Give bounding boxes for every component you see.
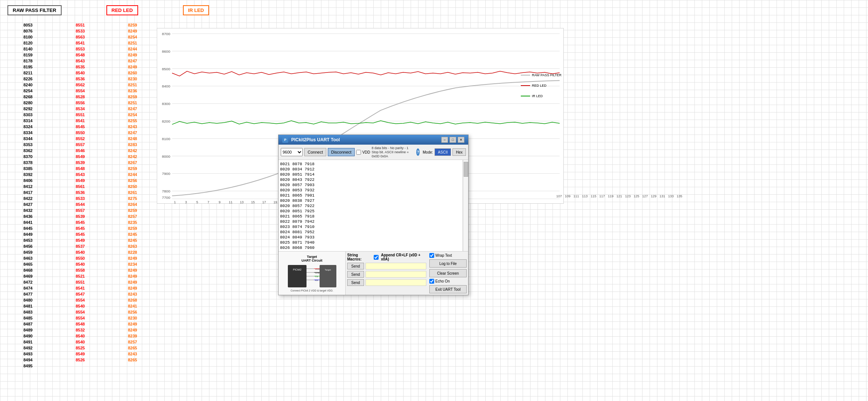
uart-output-line: 8020 8051 7914 — [280, 172, 461, 177]
raw-data-cell: 8100 — [4, 34, 52, 40]
svg-text:8300: 8300 — [162, 102, 171, 106]
vdd-checkbox-container: VDD — [356, 150, 370, 155]
macro-input-3[interactable] — [365, 279, 426, 286]
ir-data-cell: 8249 — [108, 274, 157, 279]
red-data-cell: 8549 — [56, 178, 105, 183]
connect-button[interactable]: Connect — [304, 148, 326, 156]
settings-text: 8 data bits - No parity - 1 Stop bit. AS… — [372, 146, 415, 158]
circuit-label: TargetUART Circuit — [302, 255, 323, 262]
raw-data-cell: 8477 — [4, 292, 52, 297]
raw-data-cell: 8392 — [4, 172, 52, 178]
echo-on-checkbox[interactable] — [429, 279, 434, 284]
uart-output-line: 8022 8079 7942 — [280, 219, 461, 224]
red-data-cell: 8546 — [56, 148, 105, 154]
ir-data-cell: 8251 — [108, 82, 157, 88]
raw-data-cell: 8280 — [4, 100, 52, 106]
ir-data-cell: 8243 — [108, 292, 157, 297]
dialog-body: 8021 8078 79188020 8034 79128020 8051 79… — [279, 160, 468, 251]
raw-data-cell: 8472 — [4, 280, 52, 285]
uart-output-line: 8026 8068 7960 — [280, 245, 461, 250]
macro-input-2[interactable] — [365, 271, 426, 278]
exit-uart-button[interactable]: Exit UART Tool — [429, 285, 467, 293]
scrollbar-thumb[interactable] — [464, 162, 468, 177]
svg-text:7900: 7900 — [162, 172, 171, 176]
red-data-cell: 8544 — [56, 202, 105, 207]
macros-section: String Macros: Append CR+LF (x0D + x0A) … — [346, 252, 428, 295]
svg-text:19: 19 — [273, 200, 277, 203]
log-to-file-button[interactable]: Log to File — [429, 259, 467, 268]
legend-ir: IR LED — [521, 94, 561, 98]
raw-data-cell: 8362 — [4, 148, 52, 154]
raw-data-cell: 8481 — [4, 303, 52, 309]
svg-text:VDD: VDD — [315, 268, 320, 270]
right-buttons: Wrap Text Log to File Clear Screen Echo … — [428, 252, 468, 295]
red-data-cell: 8528 — [56, 94, 105, 100]
minimize-button[interactable]: – — [441, 137, 448, 143]
circuit-section: TargetUART Circuit PICkit2 Target VDD GN… — [279, 252, 346, 295]
ir-data-cell: 8259 — [108, 208, 157, 213]
ir-data-cell: 8242 — [108, 154, 157, 160]
raw-data-cell: 8268 — [4, 94, 52, 100]
ir-data-cell: 8243 — [108, 124, 157, 130]
raw-data-cell: 8303 — [4, 112, 52, 118]
x-axis-right-labels: 1071091111131151171191211231251271291311… — [556, 194, 682, 198]
ir-data-cell: 8259 — [108, 226, 157, 231]
send-button-3[interactable]: Send — [347, 279, 364, 286]
raw-data-cell: 8292 — [4, 106, 52, 112]
red-data-cell: 8548 — [56, 321, 105, 327]
ir-data-cell: 8259 — [108, 166, 157, 172]
ir-data-cell: 8247 — [108, 130, 157, 136]
ir-data-cell: 8259 — [108, 22, 157, 28]
svg-text:17: 17 — [262, 200, 266, 203]
send-button-1[interactable]: Send — [347, 263, 364, 269]
raw-data-cell: 8344 — [4, 136, 52, 142]
red-data-cell: 8539 — [56, 160, 105, 166]
ir-data-cell: 8249 — [108, 28, 157, 34]
raw-data-cell: 8490 — [4, 333, 52, 339]
vdd-checkbox[interactable] — [356, 150, 361, 155]
red-data-cell: 8562 — [56, 82, 105, 88]
red-data-column: 8551853385638541855385488543853585408536… — [56, 22, 105, 369]
hex-mode-button[interactable]: Hex — [452, 148, 466, 156]
red-data-cell: 8541 — [56, 286, 105, 291]
disconnect-button[interactable]: Disconnect — [328, 148, 355, 156]
svg-text:15: 15 — [251, 200, 255, 203]
ir-data-cell: 8257 — [108, 339, 157, 345]
raw-data-cell: 8385 — [4, 166, 52, 172]
red-data-cell: 8549 — [56, 154, 105, 160]
uart-scrollbar[interactable] — [463, 160, 468, 251]
uart-output[interactable]: 8021 8078 79188020 8034 79128020 8051 79… — [279, 160, 463, 251]
raw-data-cell: 8491 — [4, 339, 52, 345]
maximize-button[interactable]: □ — [449, 137, 456, 143]
baud-rate-select[interactable]: 9600 19200 38400 57600 115200 — [281, 148, 303, 156]
close-button[interactable]: ✕ — [458, 137, 464, 143]
uart-output-line: 8023 8074 7910 — [280, 224, 461, 229]
raw-data-cell: 8441 — [4, 220, 52, 225]
append-crlf-checkbox[interactable] — [374, 255, 379, 260]
ir-data-cell: 8265 — [108, 345, 157, 351]
ir-data-cell: 8236 — [108, 88, 157, 94]
raw-data-cell: 8412 — [4, 184, 52, 189]
raw-data-cell: 8417 — [4, 190, 52, 195]
svg-text:7: 7 — [208, 200, 209, 203]
wrap-text-checkbox[interactable] — [429, 253, 434, 258]
data-columns: 8053807681008120814081598178819582118226… — [0, 22, 168, 369]
svg-text:8200: 8200 — [162, 119, 171, 123]
send-button-2[interactable]: Send — [347, 271, 364, 278]
red-data-cell: 8533 — [56, 28, 105, 34]
ir-data-cell: 8249 — [108, 280, 157, 285]
raw-data-cell: 8195 — [4, 64, 52, 70]
raw-data-cell: 8492 — [4, 345, 52, 351]
raw-data-column: 8053807681008120814081598178819582118226… — [4, 22, 52, 369]
uart-output-line: 8020 8057 7903 — [280, 182, 461, 188]
raw-data-cell: 8456 — [4, 244, 52, 249]
help-button[interactable]: ? — [416, 148, 420, 156]
ir-data-cell: 8244 — [108, 46, 157, 52]
ir-data-cell: 8275 — [108, 196, 157, 201]
macro-input-1[interactable] — [365, 263, 426, 269]
red-data-cell: 8552 — [56, 136, 105, 142]
ascii-mode-button[interactable]: ASCII — [435, 148, 451, 156]
macro-row-3: Send — [347, 279, 426, 286]
clear-screen-button[interactable]: Clear Screen — [429, 269, 467, 277]
svg-text:8500: 8500 — [162, 67, 171, 71]
